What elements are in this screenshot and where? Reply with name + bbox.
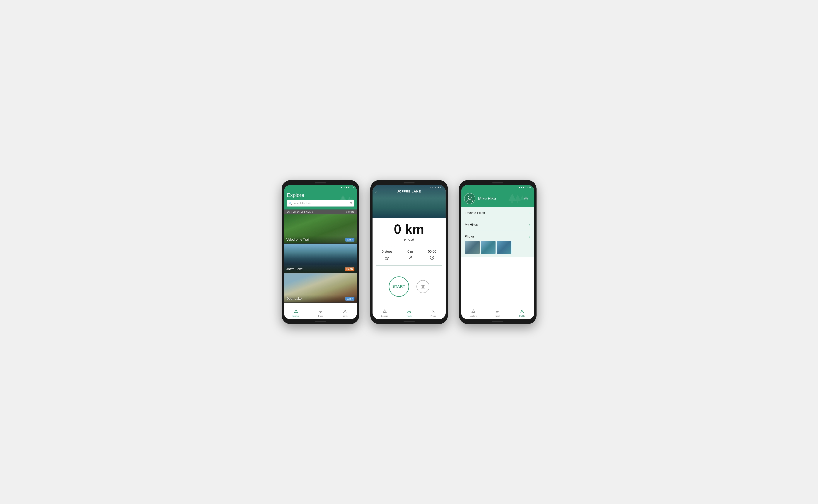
time-track: 11:11 — [436, 186, 442, 189]
svg-point-37 — [498, 311, 499, 313]
photos-section: Photos › — [461, 231, 534, 257]
svg-rect-20 — [421, 286, 425, 288]
clock-icon — [429, 255, 435, 261]
speaker-bottom-profile — [492, 321, 503, 322]
phone-explore: ▼ ▲ ▮ 11:11 Explore — [282, 180, 359, 324]
time-display-p: 11:11 — [525, 186, 531, 189]
phones-container: ▼ ▲ ▮ 11:11 Explore — [282, 180, 536, 324]
nav-explore-p[interactable]: Explore — [461, 309, 485, 317]
svg-marker-33 — [520, 195, 525, 200]
svg-point-25 — [409, 311, 411, 313]
back-arrow[interactable]: ‹ — [376, 190, 377, 195]
profile-nav-icon — [343, 309, 347, 314]
svg-point-15 — [387, 257, 389, 260]
nav-profile[interactable]: Profile — [333, 309, 357, 317]
trail-overlay-joffre: Joffre Lake HARD — [284, 265, 357, 273]
photos-header: Photos › — [461, 231, 534, 241]
svg-point-27 — [468, 196, 471, 199]
nav-track-p-label: Track — [495, 315, 500, 317]
time-display: 11:11 — [348, 186, 354, 189]
sort-bar: SORTED BY: DIFFICULTY 5 results — [284, 209, 357, 214]
photo-thumb-2[interactable] — [481, 241, 495, 254]
svg-point-10 — [344, 310, 346, 312]
battery-icon: ▮ — [346, 186, 347, 189]
stat-distance: 0 m — [407, 250, 413, 262]
svg-point-8 — [319, 311, 321, 313]
explore-decor-trees — [337, 194, 354, 208]
nav-profile-t-label: Profile — [430, 315, 436, 317]
svg-point-21 — [422, 286, 424, 288]
stat-distance-value: 0 m — [407, 250, 413, 254]
svg-rect-35 — [473, 312, 474, 313]
menu-item-myhikes[interactable]: My Hikes › — [461, 219, 534, 231]
nav-profile-t[interactable]: Profile — [421, 309, 446, 317]
nav-explore-t[interactable]: Explore — [373, 309, 397, 317]
nav-track[interactable]: Track — [308, 309, 333, 317]
profile-menu: Favorite Hikes › My Hikes › Photos › — [461, 207, 534, 308]
svg-marker-31 — [515, 195, 521, 201]
status-bar-explore: ▼ ▲ ▮ 11:11 — [284, 185, 357, 190]
speaker-top-profile — [492, 182, 503, 183]
photos-label: Photos — [465, 235, 475, 238]
phone-screen-explore: ▼ ▲ ▮ 11:11 Explore — [284, 185, 357, 319]
explore-icon-p — [471, 309, 475, 314]
menu-item-favorites[interactable]: Favorite Hikes › — [461, 207, 534, 219]
photos-grid — [461, 241, 534, 257]
stat-time: 00:00 — [428, 250, 436, 262]
trail-name-velodrome: Velodrome Trail — [287, 238, 310, 242]
trail-item-joffre[interactable]: Joffre Lake HARD — [284, 244, 357, 273]
track-route-icon — [373, 237, 446, 243]
nav-explore-p-label: Explore — [470, 315, 477, 317]
nav-explore[interactable]: Explore — [284, 309, 308, 317]
track-icon-p — [496, 309, 500, 314]
svg-point-12 — [412, 239, 414, 240]
svg-point-9 — [321, 311, 322, 313]
speaker-bottom-track — [404, 321, 415, 322]
photos-arrow[interactable]: › — [529, 235, 531, 239]
camera-button[interactable] — [416, 280, 429, 293]
bottom-nav-track: Explore Track Profile — [373, 308, 446, 319]
svg-point-36 — [496, 311, 498, 313]
battery-icon-p: ▮ — [523, 186, 524, 189]
bottom-nav-explore: Explore Track Profile — [284, 308, 357, 319]
track-icon-t — [407, 309, 411, 314]
sort-label: SORTED BY: DIFFICULTY — [287, 211, 313, 213]
stat-time-value: 00:00 — [428, 250, 436, 254]
trail-overlay-velodrome: Velodrome Trail EASY — [284, 236, 357, 243]
signal-icon: ▲ — [343, 186, 345, 189]
nav-profile-p[interactable]: Profile — [510, 309, 534, 317]
photo-thumb-1[interactable] — [465, 241, 480, 254]
svg-line-13 — [413, 239, 414, 239]
svg-point-26 — [433, 310, 434, 312]
nav-explore-t-label: Explore — [381, 315, 388, 317]
svg-marker-1 — [339, 195, 347, 202]
trail-item-velodrome[interactable]: Velodrome Trail EASY — [284, 214, 357, 244]
svg-point-14 — [385, 257, 387, 260]
svg-point-28 — [525, 198, 527, 199]
track-distance: 0 km — [373, 218, 446, 237]
nav-track-p[interactable]: Track — [485, 309, 510, 317]
explore-icon-t — [383, 309, 387, 314]
nav-track-label: Track — [318, 315, 323, 317]
photo-thumb-3[interactable] — [497, 241, 511, 254]
track-header: ▼▲ ▮ 11:11 ‹ JOFFRE LAKE — [373, 185, 446, 218]
profile-header: Mike Hike — [461, 190, 534, 207]
svg-rect-7 — [296, 312, 297, 313]
track-stats: 0 steps 0 m — [373, 246, 446, 265]
svg-line-16 — [409, 256, 412, 259]
trail-list: Velodrome Trail EASY Joffre Lake HARD De… — [284, 214, 357, 308]
profile-avatar — [464, 193, 475, 204]
trail-name-deer: Deer Lake — [287, 297, 302, 301]
track-title: JOFFRE LAKE — [397, 190, 421, 193]
status-bar-profile: ▼▲ ▮ 11:11 — [461, 185, 534, 190]
svg-rect-2 — [342, 203, 344, 205]
nav-track-t[interactable]: Track — [397, 309, 421, 317]
difficulty-badge-joffre: HARD — [345, 267, 354, 271]
footprint-icon — [385, 255, 390, 262]
status-icons: ▼ ▲ ▮ 11:11 — [340, 186, 354, 189]
menu-arrow-myhikes: › — [529, 223, 531, 227]
trail-item-deer[interactable]: Deer Lake EASY — [284, 273, 357, 303]
start-button[interactable]: START — [389, 276, 409, 297]
nav-track-t-label: Track — [407, 315, 411, 317]
phone-screen-profile: ▼▲ ▮ 11:11 Mike Hike — [461, 185, 534, 319]
